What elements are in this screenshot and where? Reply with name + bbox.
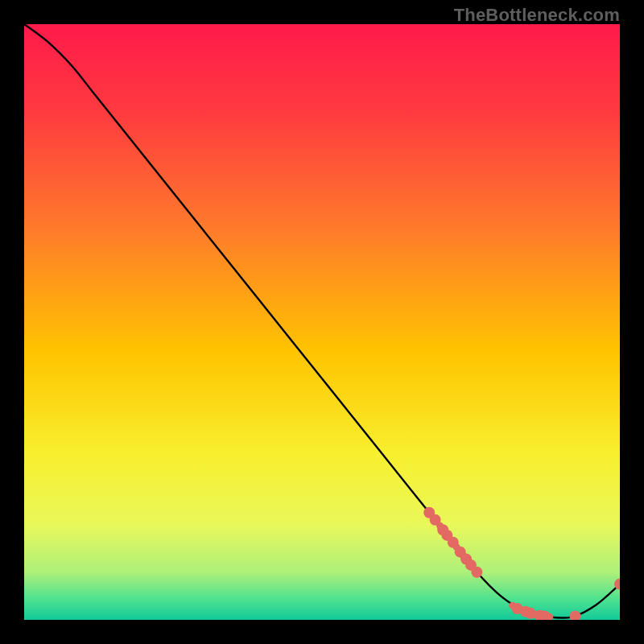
plot-area [24, 24, 620, 620]
watermark-text: TheBottleneck.com [454, 5, 620, 26]
chart-svg [24, 24, 620, 620]
gradient-background [24, 24, 620, 620]
chart-stage: TheBottleneck.com [0, 0, 644, 644]
highlight-point [471, 567, 482, 578]
